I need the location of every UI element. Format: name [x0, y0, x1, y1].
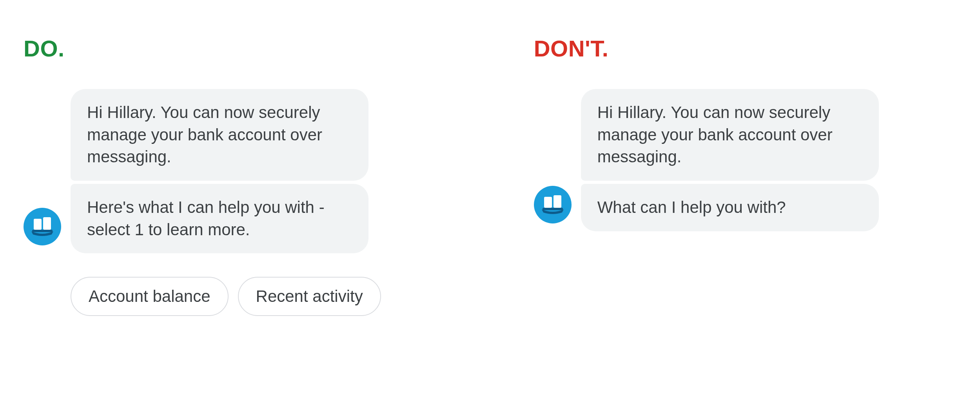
message-bubble: Hi Hillary. You can now securely manage … — [581, 89, 879, 181]
bot-avatar — [24, 208, 61, 245]
dont-chat-area: Hi Hillary. You can now securely manage … — [534, 89, 879, 231]
svg-rect-2 — [32, 230, 53, 232]
dont-panel: DON'T. Hi Hillary. You can now securely … — [534, 35, 879, 379]
ship-icon — [28, 212, 56, 242]
message-bubble: What can I help you with? — [581, 184, 879, 231]
svg-rect-5 — [543, 208, 563, 210]
dont-heading: DON'T. — [534, 35, 879, 62]
dont-messages: Hi Hillary. You can now securely manage … — [581, 89, 879, 231]
message-bubble: Hi Hillary. You can now securely manage … — [71, 89, 368, 181]
bot-avatar — [534, 186, 572, 223]
message-bubble: Here's what I can help you with - select… — [71, 184, 368, 253]
suggestion-chips: Account balance Recent activity — [71, 277, 381, 316]
svg-rect-4 — [554, 195, 561, 208]
do-panel: DO. Hi Hillary. You can now securely man… — [24, 35, 381, 379]
svg-rect-1 — [43, 217, 51, 230]
svg-rect-0 — [34, 219, 42, 230]
do-chat-area: Hi Hillary. You can now securely manage … — [24, 89, 381, 253]
ship-icon — [539, 190, 567, 220]
svg-rect-3 — [544, 197, 552, 208]
do-messages: Hi Hillary. You can now securely manage … — [71, 89, 368, 253]
chip-recent-activity[interactable]: Recent activity — [238, 277, 381, 316]
chip-account-balance[interactable]: Account balance — [71, 277, 229, 316]
do-heading: DO. — [24, 35, 381, 62]
